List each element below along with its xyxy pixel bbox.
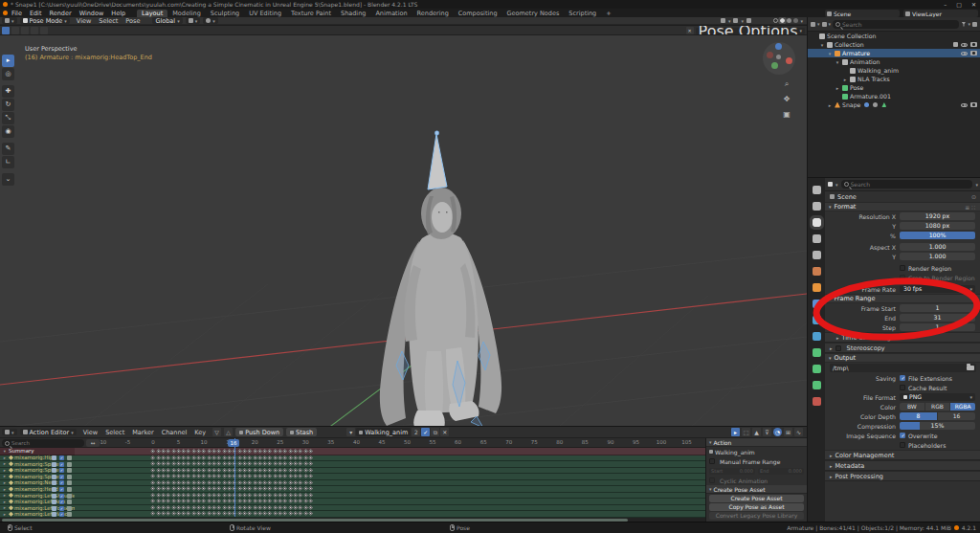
keyframe[interactable] xyxy=(171,461,176,466)
keyframe[interactable] xyxy=(151,475,156,479)
keyframe[interactable] xyxy=(242,500,247,504)
compression-slider[interactable]: 15% xyxy=(900,422,975,430)
layer-next-icon[interactable]: △ xyxy=(224,428,233,436)
channel-search-input[interactable] xyxy=(11,440,81,446)
proportional-edit-icon[interactable]: ▾ xyxy=(203,17,218,24)
keyframe[interactable] xyxy=(191,487,196,492)
keyframe[interactable] xyxy=(237,480,242,485)
check-icon[interactable]: ✓ xyxy=(59,494,64,499)
outliner-display-mode-icon[interactable] xyxy=(822,22,827,27)
check-icon[interactable]: ✓ xyxy=(59,475,64,479)
keyframe[interactable] xyxy=(176,475,181,479)
keyframe[interactable] xyxy=(257,512,262,517)
keyframe[interactable] xyxy=(187,449,191,454)
keyframe[interactable] xyxy=(308,493,313,498)
keyframe[interactable] xyxy=(171,487,176,492)
keyframe[interactable] xyxy=(268,493,273,498)
keyframe[interactable] xyxy=(308,455,313,460)
transform-tool-icon[interactable]: ◉ xyxy=(2,125,14,138)
active-tool-toggle-icon[interactable] xyxy=(2,27,10,34)
keyframe[interactable] xyxy=(293,500,298,504)
keyframe[interactable] xyxy=(262,475,267,479)
color-rgb-option[interactable]: RGB xyxy=(925,403,950,411)
keyframe[interactable] xyxy=(288,475,293,479)
keyframe[interactable] xyxy=(191,493,196,498)
curve-icon[interactable] xyxy=(67,500,72,504)
keyframe[interactable] xyxy=(268,455,273,460)
tool-toggle-4-icon[interactable] xyxy=(31,27,38,34)
file-format-dropdown[interactable]: PNG xyxy=(900,393,975,401)
color-rgba-option[interactable]: RGBA xyxy=(950,403,975,411)
workspace-tab-rendering[interactable]: Rendering xyxy=(412,10,454,17)
keyframe[interactable] xyxy=(202,468,207,473)
keyframe[interactable] xyxy=(187,468,191,473)
keyframe[interactable] xyxy=(181,487,186,492)
toggle-xray-icon[interactable] xyxy=(746,18,751,23)
pose-breakdowner-tool-icon[interactable]: ⌄ xyxy=(2,173,14,186)
manual-frame-range-checkbox[interactable] xyxy=(709,458,715,464)
keyframe[interactable] xyxy=(308,480,313,485)
keyframe[interactable] xyxy=(283,468,288,473)
keyframe[interactable] xyxy=(191,505,196,510)
keyframe[interactable] xyxy=(207,461,212,466)
annotate-tool-icon[interactable]: ✎ xyxy=(2,143,14,155)
keyframe[interactable] xyxy=(308,505,313,510)
wrench-icon[interactable] xyxy=(52,475,56,479)
keyframe[interactable] xyxy=(268,461,273,466)
keyframe[interactable] xyxy=(227,487,232,492)
keyframe[interactable] xyxy=(167,487,171,492)
keyframe[interactable] xyxy=(247,505,252,510)
keyframe[interactable] xyxy=(217,487,222,492)
keyframe[interactable] xyxy=(187,487,191,492)
particles-properties-tab-icon[interactable] xyxy=(813,316,821,324)
keyframe[interactable] xyxy=(176,461,181,466)
keyframe[interactable] xyxy=(308,475,313,479)
wrench-icon[interactable] xyxy=(52,462,56,467)
keyframe[interactable] xyxy=(273,493,278,498)
keyframe[interactable] xyxy=(202,480,207,485)
keyframe[interactable] xyxy=(247,512,252,517)
keyframe[interactable] xyxy=(288,493,293,498)
rotate-tool-icon[interactable]: ↻ xyxy=(2,99,14,111)
check-icon[interactable]: ✓ xyxy=(59,462,64,467)
keyframe[interactable] xyxy=(176,500,181,504)
keyframe[interactable] xyxy=(237,505,242,510)
keyframe[interactable] xyxy=(288,461,293,466)
keyframe[interactable] xyxy=(171,505,176,510)
keyframe[interactable] xyxy=(156,505,161,510)
object-properties-tab-icon[interactable] xyxy=(813,283,821,292)
keyframe[interactable] xyxy=(187,512,191,517)
wrench-icon[interactable] xyxy=(52,455,56,460)
viewport-menu-view[interactable]: View xyxy=(73,17,95,25)
keyframe[interactable] xyxy=(268,468,273,473)
keyframe[interactable] xyxy=(268,487,273,492)
workspace-tab-scripting[interactable]: Scripting xyxy=(564,10,601,17)
keyframe[interactable] xyxy=(253,487,257,492)
keyframe[interactable] xyxy=(207,475,212,479)
keyframe[interactable] xyxy=(217,461,222,466)
keyframe[interactable] xyxy=(242,461,247,466)
curve-icon[interactable] xyxy=(67,480,72,485)
keyframe[interactable] xyxy=(308,468,313,473)
keyframe[interactable] xyxy=(227,500,232,504)
expand-arrow-icon[interactable]: ▸ xyxy=(2,474,8,478)
modifiers-properties-tab-icon[interactable] xyxy=(813,300,821,308)
texture-properties-tab-icon[interactable] xyxy=(813,397,821,406)
check-icon[interactable]: ✓ xyxy=(59,480,64,485)
keyframe[interactable] xyxy=(288,487,293,492)
layer-prev-icon[interactable]: ▽ xyxy=(212,428,221,436)
properties-search-input[interactable] xyxy=(851,181,970,188)
snap-magnet-icon[interactable]: ▾ xyxy=(186,17,201,24)
axis-x-icon[interactable] xyxy=(786,57,792,64)
keyframe[interactable] xyxy=(268,480,273,485)
keyframe[interactable] xyxy=(156,461,161,466)
keyframe[interactable] xyxy=(161,461,166,466)
keyframe[interactable] xyxy=(212,461,216,466)
keyframe[interactable] xyxy=(217,449,222,454)
curve-icon[interactable] xyxy=(67,455,72,460)
keyframe[interactable] xyxy=(167,505,171,510)
wrench-icon[interactable] xyxy=(52,480,56,485)
keyframe[interactable] xyxy=(207,493,212,498)
keyframe[interactable] xyxy=(171,468,176,473)
folder-icon[interactable] xyxy=(967,366,974,370)
